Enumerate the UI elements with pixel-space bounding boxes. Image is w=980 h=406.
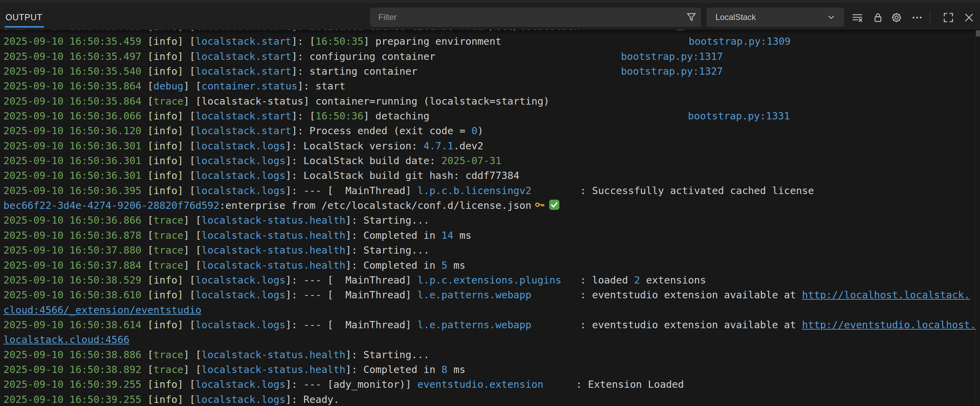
lock-icon [872,12,884,23]
log-segment: [info] [147,289,183,301]
clear-output-button[interactable] [850,10,865,26]
log-segment: localstack.logs [196,393,286,405]
log-segment: localstack.logs [196,185,286,197]
log-segment: ]: Starting... [345,244,429,256]
log-line: 2025-09-10 16:50:39.255 [info] [localsta… [3,377,975,392]
log-segment: [info] [147,155,183,166]
log-link[interactable]: cloud:4566/_extension/eventstudio [3,304,201,316]
log-segment: ) [477,125,483,137]
log-segment-group: : eventstudio extension available at htt… [580,288,970,302]
active-tab-indicator [5,26,44,27]
log-segment: [info] [147,140,183,152]
log-segment: ]: --- [ady_monitor)] [286,379,417,390]
filter-input[interactable] [370,13,682,22]
log-segment: [ [183,185,196,197]
log-segment: [ [183,125,196,137]
log-segment: [ [183,289,196,301]
log-segment: 2025-09-10 16:50:38.886 [3,349,147,361]
log-link[interactable]: localstack.cloud:4566 [3,334,130,345]
log-segment: ] [ [183,214,201,226]
log-segment: [ [183,274,196,286]
log-segment: ]: configuring container [291,51,435,62]
log-segment: [ [183,169,196,181]
log-segment: ] [localstack-status] container=running … [183,95,549,107]
log-segment: [ [147,230,153,241]
tab-output[interactable]: OUTPUT [5,13,43,22]
log-segment: [info] [147,393,183,405]
log-line: 2025-09-10 16:50:35.864 [debug] [contain… [3,79,975,94]
log-segment: ]: LocalStack version: [286,140,424,152]
log-line: 2025-09-10 16:50:39.255 [info] [localsta… [3,392,975,406]
log-segment: ]: LocalStack build date: [286,155,442,166]
log-segment: 2 [634,274,640,286]
clear-output-icon [851,11,864,24]
log-segment: ]: [ [291,35,315,47]
more-actions-button[interactable] [909,10,925,26]
log-segment: [ [147,244,153,256]
log-segment: [ [147,259,153,271]
maximize-panel-button[interactable] [940,10,956,26]
log-segment: 2025-09-10 16:50:38.614 [3,319,147,331]
log-segment: ms [453,230,471,241]
log-segment: [ [183,35,196,47]
log-line: 2025-09-10 16:50:38.529 [info] [localsta… [3,273,975,288]
close-panel-button[interactable] [961,10,977,26]
log-segment: ]: --- [ MainThread] [286,319,417,331]
log-segment-group: : Extension Loaded [576,377,684,392]
log-segment: ] [ [183,230,201,241]
output-settings-button[interactable] [889,10,904,26]
filter-options-button[interactable] [682,8,701,27]
log-segment: debug [154,80,183,92]
log-segment: localstack-status.health [201,214,345,226]
log-segment: [ [183,140,196,152]
log-segment: [ [147,349,153,361]
log-segment: ] [ [183,349,201,361]
log-segment: 2025-09-10 16:50:36.395 [3,185,147,197]
log-segment: ]: Starting... [345,349,429,361]
log-segment: 2025-09-10 16:50:39.255 [3,393,147,405]
log-segment: [ [147,95,153,107]
log-segment: : Extension Loaded [576,379,684,390]
log-segment: 2025-09-10 16:50:35.540 [3,66,147,77]
log-line: 2025-09-10 16:50:38.886 [trace] [localst… [3,347,975,362]
log-segment: 16:50:36 [315,110,364,122]
log-line: localstack.cloud:4566 [3,332,975,347]
log-segment: ] [ [183,80,201,92]
lock-scrolling-button[interactable] [870,10,886,26]
log-segment: localstack-status.health [201,259,345,271]
vertical-scrollbar[interactable] [975,30,980,406]
output-channel-dropdown[interactable]: LocalStack [706,8,844,27]
log-link[interactable]: http://localhost.localstack. [802,289,970,301]
log-segment-group: : eventstudio extension available at htt… [580,318,976,332]
log-segment: ]: starting container [291,66,417,77]
log-segment: .dev2 [453,140,484,152]
log-segment: bootstrap.py:1327 [621,64,723,79]
log-segment: [info] [147,169,183,181]
log-segment: [info] [147,185,183,197]
log-segment: trace [154,230,183,241]
log-segment: ms [447,364,465,376]
ellipsis-icon [911,11,923,24]
log-link[interactable]: http://eventstudio.localhost. [802,319,976,331]
scrollbar-thumb[interactable] [976,30,980,37]
panel-sash[interactable] [0,0,980,2]
log-segment: ] detaching [364,110,430,122]
log-line: 2025-09-10 16:50:35.864 [trace] [localst… [3,94,975,109]
log-line: 2025-09-10 16:50:37.884 [trace] [localst… [3,258,975,273]
log-segment-group: : loaded 2 extensions [580,273,706,288]
log-segment: ]: Completed in [345,230,441,241]
log-line: 2025-09-10 16:50:36.301 [info] [localsta… [3,139,975,153]
maximize-icon [942,11,955,24]
log-segment: localstack-status.health [201,364,345,376]
log-segment: container.status [201,80,297,92]
chevron-down-icon [826,12,836,22]
gear-icon [890,11,903,24]
log-segment: ]: --- [ MainThread] [286,185,417,197]
log-segment: :enterprise from /etc/localstack/conf.d/… [220,200,531,211]
log-segment: 2025-09-10 16:50:37.880 [3,244,147,256]
log-segment: localstack.logs [196,140,286,152]
log-segment: [ [183,393,196,405]
log-segment: bootstrap.py:1309 [689,34,791,49]
log-segment: [ [183,155,196,166]
log-segment: [info] [147,110,183,122]
